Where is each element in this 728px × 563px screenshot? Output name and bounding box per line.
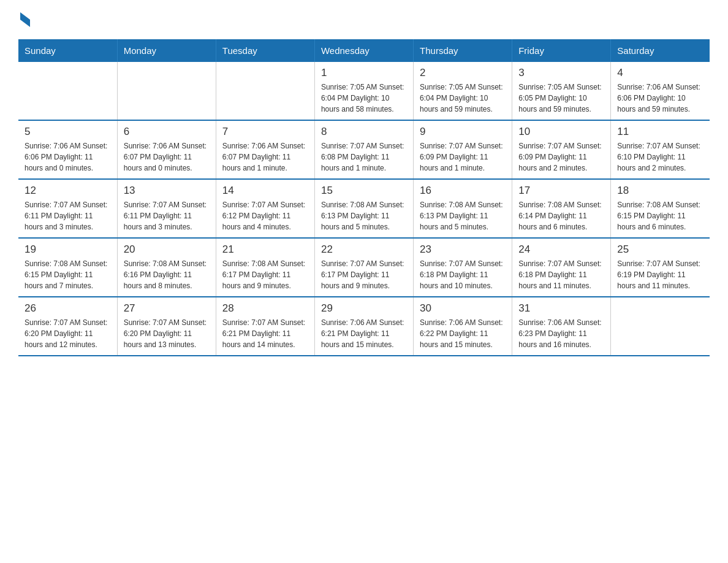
page-header (18, 12, 710, 27)
day-number: 26 (25, 302, 111, 315)
day-number: 21 (222, 243, 308, 256)
day-info: Sunrise: 7:07 AM Sunset: 6:20 PM Dayligh… (25, 317, 111, 350)
day-number: 31 (518, 302, 604, 315)
calendar-cell: 28Sunrise: 7:07 AM Sunset: 6:21 PM Dayli… (216, 297, 314, 356)
calendar-cell: 26Sunrise: 7:07 AM Sunset: 6:20 PM Dayli… (18, 297, 117, 356)
calendar-cell: 17Sunrise: 7:08 AM Sunset: 6:14 PM Dayli… (512, 179, 611, 238)
day-number: 7 (222, 126, 308, 138)
day-number: 17 (518, 185, 604, 197)
calendar-cell: 3Sunrise: 7:05 AM Sunset: 6:05 PM Daylig… (512, 62, 611, 120)
day-number: 14 (222, 185, 308, 197)
day-number: 15 (321, 185, 407, 197)
col-header-tuesday: Tuesday (216, 39, 314, 62)
col-header-thursday: Thursday (414, 39, 512, 62)
calendar-cell: 21Sunrise: 7:08 AM Sunset: 6:17 PM Dayli… (216, 238, 314, 297)
col-header-sunday: Sunday (18, 39, 117, 62)
day-info: Sunrise: 7:07 AM Sunset: 6:18 PM Dayligh… (420, 258, 506, 291)
day-number: 11 (617, 126, 703, 138)
day-info: Sunrise: 7:07 AM Sunset: 6:10 PM Dayligh… (617, 140, 703, 174)
day-number: 28 (222, 302, 308, 315)
day-info: Sunrise: 7:07 AM Sunset: 6:12 PM Dayligh… (222, 199, 308, 232)
calendar-cell: 2Sunrise: 7:05 AM Sunset: 6:04 PM Daylig… (414, 62, 512, 120)
day-info: Sunrise: 7:06 AM Sunset: 6:23 PM Dayligh… (518, 317, 604, 350)
day-number: 19 (25, 243, 111, 256)
calendar-cell: 6Sunrise: 7:06 AM Sunset: 6:07 PM Daylig… (117, 120, 216, 179)
day-info: Sunrise: 7:07 AM Sunset: 6:09 PM Dayligh… (420, 140, 506, 174)
day-number: 30 (420, 302, 506, 315)
day-info: Sunrise: 7:08 AM Sunset: 6:16 PM Dayligh… (124, 258, 210, 291)
day-number: 20 (124, 243, 210, 256)
calendar-cell: 31Sunrise: 7:06 AM Sunset: 6:23 PM Dayli… (512, 297, 611, 356)
day-number: 6 (124, 126, 210, 138)
day-info: Sunrise: 7:08 AM Sunset: 6:13 PM Dayligh… (321, 199, 407, 232)
day-number: 22 (321, 243, 407, 256)
col-header-saturday: Saturday (611, 39, 710, 62)
calendar-cell: 8Sunrise: 7:07 AM Sunset: 6:08 PM Daylig… (314, 120, 413, 179)
calendar-header-row: SundayMondayTuesdayWednesdayThursdayFrid… (18, 39, 710, 62)
day-number: 1 (321, 67, 407, 79)
week-row-5: 26Sunrise: 7:07 AM Sunset: 6:20 PM Dayli… (18, 297, 710, 356)
day-info: Sunrise: 7:07 AM Sunset: 6:19 PM Dayligh… (617, 258, 703, 291)
day-number: 18 (617, 185, 703, 197)
day-info: Sunrise: 7:07 AM Sunset: 6:17 PM Dayligh… (321, 258, 407, 291)
calendar-cell: 5Sunrise: 7:06 AM Sunset: 6:06 PM Daylig… (18, 120, 117, 179)
day-number: 12 (25, 185, 111, 197)
calendar-cell (216, 62, 314, 120)
day-info: Sunrise: 7:06 AM Sunset: 6:06 PM Dayligh… (617, 82, 703, 115)
calendar-cell: 30Sunrise: 7:06 AM Sunset: 6:22 PM Dayli… (414, 297, 512, 356)
calendar-cell (611, 297, 710, 356)
day-info: Sunrise: 7:07 AM Sunset: 6:20 PM Dayligh… (124, 317, 210, 350)
day-info: Sunrise: 7:07 AM Sunset: 6:11 PM Dayligh… (25, 199, 111, 232)
calendar-cell: 10Sunrise: 7:07 AM Sunset: 6:09 PM Dayli… (512, 120, 611, 179)
calendar-cell: 20Sunrise: 7:08 AM Sunset: 6:16 PM Dayli… (117, 238, 216, 297)
day-number: 4 (617, 67, 703, 79)
day-info: Sunrise: 7:05 AM Sunset: 6:04 PM Dayligh… (420, 82, 506, 115)
day-info: Sunrise: 7:08 AM Sunset: 6:15 PM Dayligh… (617, 199, 703, 232)
day-number: 16 (420, 185, 506, 197)
calendar-cell: 9Sunrise: 7:07 AM Sunset: 6:09 PM Daylig… (414, 120, 512, 179)
day-info: Sunrise: 7:07 AM Sunset: 6:09 PM Dayligh… (518, 140, 604, 174)
day-number: 9 (420, 126, 506, 138)
calendar-cell (117, 62, 216, 120)
col-header-wednesday: Wednesday (314, 39, 413, 62)
calendar-cell: 19Sunrise: 7:08 AM Sunset: 6:15 PM Dayli… (18, 238, 117, 297)
calendar-cell: 14Sunrise: 7:07 AM Sunset: 6:12 PM Dayli… (216, 179, 314, 238)
day-number: 27 (124, 302, 210, 315)
day-info: Sunrise: 7:07 AM Sunset: 6:18 PM Dayligh… (518, 258, 604, 291)
calendar-cell: 27Sunrise: 7:07 AM Sunset: 6:20 PM Dayli… (117, 297, 216, 356)
day-info: Sunrise: 7:06 AM Sunset: 6:07 PM Dayligh… (222, 140, 308, 174)
day-number: 25 (617, 243, 703, 256)
day-info: Sunrise: 7:05 AM Sunset: 6:05 PM Dayligh… (518, 82, 604, 115)
day-number: 13 (124, 185, 210, 197)
day-info: Sunrise: 7:08 AM Sunset: 6:17 PM Dayligh… (222, 258, 308, 291)
day-number: 23 (420, 243, 506, 256)
calendar-cell (18, 62, 117, 120)
calendar-cell: 7Sunrise: 7:06 AM Sunset: 6:07 PM Daylig… (216, 120, 314, 179)
day-info: Sunrise: 7:06 AM Sunset: 6:07 PM Dayligh… (124, 140, 210, 174)
day-number: 5 (25, 126, 111, 138)
calendar-cell: 22Sunrise: 7:07 AM Sunset: 6:17 PM Dayli… (314, 238, 413, 297)
day-info: Sunrise: 7:08 AM Sunset: 6:13 PM Dayligh… (420, 199, 506, 232)
calendar-cell: 13Sunrise: 7:07 AM Sunset: 6:11 PM Dayli… (117, 179, 216, 238)
col-header-monday: Monday (117, 39, 216, 62)
day-info: Sunrise: 7:06 AM Sunset: 6:22 PM Dayligh… (420, 317, 506, 350)
day-info: Sunrise: 7:08 AM Sunset: 6:14 PM Dayligh… (518, 199, 604, 232)
logo (18, 12, 30, 27)
calendar-cell: 24Sunrise: 7:07 AM Sunset: 6:18 PM Dayli… (512, 238, 611, 297)
calendar-cell: 16Sunrise: 7:08 AM Sunset: 6:13 PM Dayli… (414, 179, 512, 238)
week-row-4: 19Sunrise: 7:08 AM Sunset: 6:15 PM Dayli… (18, 238, 710, 297)
day-number: 8 (321, 126, 407, 138)
day-info: Sunrise: 7:05 AM Sunset: 6:04 PM Dayligh… (321, 82, 407, 115)
day-number: 24 (518, 243, 604, 256)
day-info: Sunrise: 7:07 AM Sunset: 6:21 PM Dayligh… (222, 317, 308, 350)
day-number: 2 (420, 67, 506, 79)
calendar-table: SundayMondayTuesdayWednesdayThursdayFrid… (18, 39, 710, 356)
calendar-cell: 25Sunrise: 7:07 AM Sunset: 6:19 PM Dayli… (611, 238, 710, 297)
calendar-cell: 23Sunrise: 7:07 AM Sunset: 6:18 PM Dayli… (414, 238, 512, 297)
day-info: Sunrise: 7:07 AM Sunset: 6:11 PM Dayligh… (124, 199, 210, 232)
day-number: 10 (518, 126, 604, 138)
col-header-friday: Friday (512, 39, 611, 62)
calendar-cell: 4Sunrise: 7:06 AM Sunset: 6:06 PM Daylig… (611, 62, 710, 120)
day-info: Sunrise: 7:08 AM Sunset: 6:15 PM Dayligh… (25, 258, 111, 291)
calendar-cell: 15Sunrise: 7:08 AM Sunset: 6:13 PM Dayli… (314, 179, 413, 238)
